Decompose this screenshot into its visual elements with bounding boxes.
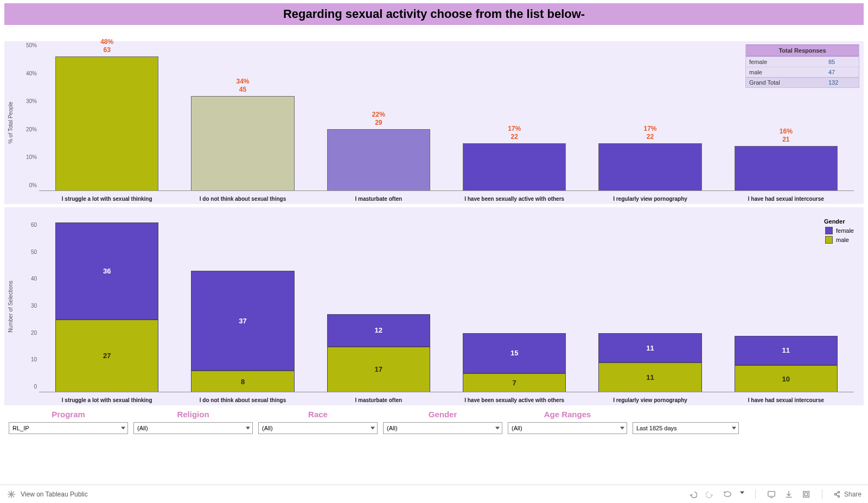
chevron-down-icon — [246, 427, 250, 430]
filter-date: Last 1825 days — [633, 410, 739, 434]
view-on-tableau-link[interactable]: View on Tableau Public — [21, 491, 88, 498]
undo-icon[interactable] — [688, 489, 698, 499]
bar-column[interactable]: 1111 — [582, 217, 718, 392]
top-y-axis-label: % of Total People — [8, 68, 14, 177]
category-label: I do not think about sexual things — [175, 397, 310, 403]
category-label: I do not think about sexual things — [175, 196, 310, 202]
dropdown-value: (All) — [262, 425, 273, 431]
filter-program: Program RL_IP — [9, 410, 128, 434]
legend-swatch-male — [825, 236, 833, 244]
bar-data-label: 22%29 — [311, 111, 446, 127]
stacked-segment-male[interactable]: 17 — [327, 347, 430, 392]
stacked-segment-female[interactable]: 11 — [735, 336, 838, 366]
dropdown-value: (All) — [387, 425, 398, 431]
fullscreen-icon[interactable] — [801, 489, 811, 499]
religion-dropdown[interactable]: (All) — [133, 422, 253, 434]
stacked-segment-male[interactable]: 7 — [463, 373, 566, 392]
bar-column[interactable]: 17%22 — [582, 51, 718, 191]
percent-bar[interactable] — [191, 96, 294, 191]
category-label: I regularly view pornography — [582, 196, 718, 202]
dropdown-value: (All) — [137, 425, 148, 431]
stacked-segment-female[interactable]: 11 — [598, 333, 701, 363]
stacked-segment-male[interactable]: 10 — [735, 365, 838, 392]
legend-swatch-female — [825, 227, 833, 234]
stacked-segment-male[interactable]: 27 — [55, 320, 158, 392]
tableau-logo-icon — [7, 489, 16, 499]
y-tick-label: 10% — [15, 154, 37, 160]
bar-column[interactable]: 34%45 — [175, 51, 310, 191]
redo-icon[interactable] — [705, 489, 715, 499]
filter-label: Gender — [383, 410, 502, 421]
page-title: Regarding sexual activity choose from th… — [4, 3, 864, 25]
percent-bar[interactable] — [327, 129, 430, 191]
bar-column[interactable]: 48%63 — [39, 51, 175, 191]
total-row-value: 85 — [828, 59, 856, 65]
race-dropdown[interactable]: (All) — [258, 422, 378, 434]
bar-data-label: 16%21 — [718, 128, 854, 144]
dropdown-value: RL_IP — [12, 425, 29, 431]
total-row-label: female — [749, 59, 828, 65]
y-tick-label: 20% — [15, 126, 37, 132]
filter-label: Age Ranges — [508, 410, 627, 421]
filter-gender: Gender (All) — [383, 410, 502, 434]
svg-point-11 — [838, 491, 840, 493]
chevron-down-icon[interactable] — [740, 492, 744, 494]
bar-column[interactable]: 1712 — [311, 217, 446, 392]
legend-item-male[interactable]: male — [825, 236, 854, 244]
category-label: I masturbate often — [311, 196, 446, 202]
percent-bar[interactable] — [598, 143, 701, 191]
category-label: I struggle a lot with sexual thinking — [39, 397, 175, 403]
bar-column[interactable]: 2736 — [39, 217, 175, 392]
category-label: I regularly view pornography — [582, 397, 718, 403]
legend-label: female — [836, 227, 854, 234]
y-tick-label: 20 — [15, 329, 37, 335]
category-label: I have been sexually active with others — [446, 397, 582, 403]
chevron-down-icon — [495, 427, 500, 430]
stacked-segment-male[interactable]: 11 — [598, 362, 701, 392]
bar-column[interactable]: 837 — [175, 217, 310, 392]
y-tick-label: 30 — [15, 302, 37, 308]
gender-dropdown[interactable]: (All) — [383, 422, 502, 434]
legend-item-female[interactable]: female — [825, 227, 854, 234]
filter-label: Religion — [133, 410, 253, 421]
stacked-segment-female[interactable]: 15 — [463, 333, 566, 374]
bar-data-label: 17%22 — [582, 125, 718, 141]
age-dropdown[interactable]: (All) — [508, 422, 627, 434]
device-preview-icon[interactable] — [767, 489, 776, 499]
date-dropdown[interactable]: Last 1825 days — [633, 422, 739, 434]
svg-point-10 — [834, 493, 836, 495]
bar-data-label: 17%22 — [446, 125, 582, 141]
y-tick-label: 50 — [15, 249, 37, 254]
filter-label: Race — [258, 410, 378, 421]
total-responses-header: Total Responses — [746, 44, 859, 56]
reset-icon[interactable] — [723, 489, 732, 499]
stacked-segment-male[interactable]: 8 — [191, 371, 294, 392]
y-tick-label: 10 — [15, 356, 37, 362]
chevron-down-icon — [371, 427, 375, 430]
filter-label: Program — [9, 410, 128, 421]
stacked-segment-female[interactable]: 12 — [327, 314, 430, 347]
bar-column[interactable]: 22%29 — [311, 51, 446, 191]
stacked-segment-female[interactable]: 36 — [55, 222, 158, 320]
y-tick-label: 0 — [15, 384, 37, 390]
chevron-down-icon — [121, 427, 125, 430]
percent-bar[interactable] — [55, 56, 158, 191]
total-responses-box: Total Responses female 85 male 47 Grand … — [745, 44, 859, 88]
dropdown-value: Last 1825 days — [636, 425, 677, 431]
chevron-down-icon — [620, 427, 624, 430]
download-icon[interactable] — [784, 489, 794, 499]
total-row-male: male 47 — [746, 67, 859, 77]
svg-rect-8 — [803, 491, 809, 497]
count-chart-panel: Number of Selections 2736837171271511111… — [4, 207, 864, 405]
stacked-segment-female[interactable]: 37 — [191, 271, 294, 371]
bar-column[interactable]: 715 — [446, 217, 582, 392]
percent-bar[interactable] — [735, 146, 838, 191]
share-label: Share — [844, 491, 861, 498]
program-dropdown[interactable]: RL_IP — [9, 422, 128, 434]
svg-rect-9 — [805, 493, 807, 495]
filter-row: Program RL_IP Religion (All) Race (All) … — [9, 410, 859, 434]
bar-column[interactable]: 17%22 — [446, 51, 582, 191]
share-button[interactable]: Share — [833, 491, 861, 498]
percent-bar[interactable] — [463, 143, 566, 191]
legend-label: male — [836, 237, 849, 243]
